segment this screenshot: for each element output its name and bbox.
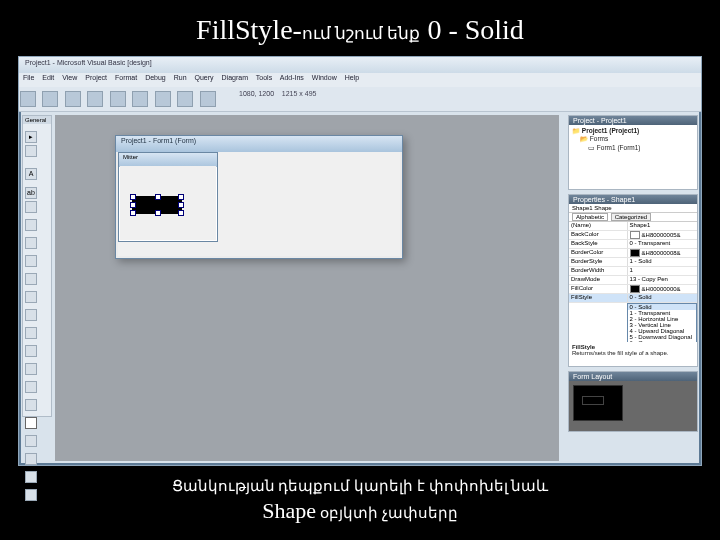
tb-cut-icon[interactable] [87, 91, 103, 107]
shape1[interactable] [132, 196, 182, 214]
tool-ole-icon[interactable] [25, 489, 37, 501]
properties-grid[interactable]: (Name)Shape1BackColor&H80000005&BackStyl… [569, 222, 697, 342]
resize-handle[interactable] [130, 210, 136, 216]
tool-list-icon[interactable] [25, 291, 37, 303]
menu-tools[interactable]: Tools [256, 74, 272, 81]
tb-break-icon[interactable] [177, 91, 193, 107]
project-explorer-title: Project - Project1 [569, 116, 697, 125]
tb-copy-icon[interactable] [110, 91, 126, 107]
tool-vscroll-icon[interactable] [25, 327, 37, 339]
tool-picture-icon[interactable] [25, 145, 37, 157]
menu-run[interactable]: Run [174, 74, 187, 81]
tool-option-icon[interactable] [25, 255, 37, 267]
mdi-area: Project1 - Form1 (Form) Mitter [55, 115, 559, 461]
tool-shape-icon[interactable] [25, 417, 37, 429]
menu-file[interactable]: File [23, 74, 34, 81]
project-form1-item[interactable]: ▭ Form1 (Form1) [588, 144, 694, 152]
project-explorer: Project - Project1 📁 Project1 (Project1)… [568, 115, 698, 190]
properties-description: FillStyleReturns/sets the fill style of … [569, 342, 697, 366]
tb-paste-icon[interactable] [132, 91, 148, 107]
resize-handle[interactable] [178, 194, 184, 200]
tool-timer-icon[interactable] [25, 345, 37, 357]
resize-handle[interactable] [155, 194, 161, 200]
menu-addins[interactable]: Add-Ins [280, 74, 304, 81]
layout-form-icon [582, 396, 604, 405]
prop-row-borderwidth[interactable]: BorderWidth1 [569, 267, 697, 276]
tb-run-icon[interactable] [155, 91, 171, 107]
form1[interactable]: Mitter [118, 152, 218, 242]
tool-image-icon[interactable] [25, 453, 37, 465]
prop-row-name[interactable]: (Name)Shape1 [569, 222, 697, 231]
slide-footer: Ցանկության դեպքում կարելի է փոփոխել նաև … [0, 466, 720, 532]
form1-title: Mitter [119, 153, 217, 167]
tab-alphabetic[interactable]: Alphabetic [572, 213, 608, 221]
tool-drive-icon[interactable] [25, 363, 37, 375]
tool-frame-icon[interactable] [25, 201, 37, 213]
resize-handle[interactable] [155, 210, 161, 216]
tb-save-icon[interactable] [65, 91, 81, 107]
tb-open-icon[interactable] [42, 91, 58, 107]
form-layout-title: Form Layout [569, 372, 697, 381]
project-forms-folder[interactable]: 📂 Forms [580, 135, 694, 143]
slide-title: FillStyle-ում նշում ենք 0 - Solid [0, 0, 720, 56]
menu-format[interactable]: Format [115, 74, 137, 81]
properties-title: Properties - Shape1 [569, 195, 697, 204]
prop-row-fillcolor[interactable]: FillColor&H00000000& [569, 285, 697, 294]
prop-row-backstyle[interactable]: BackStyle0 - Transparent [569, 240, 697, 249]
resize-handle[interactable] [178, 202, 184, 208]
tool-textbox-icon[interactable]: ab [25, 187, 37, 199]
tb-stop-icon[interactable] [200, 91, 216, 107]
tb-new-icon[interactable] [20, 91, 36, 107]
menu-help[interactable]: Help [345, 74, 359, 81]
tool-pointer-icon[interactable]: ▸ [25, 131, 37, 143]
tool-dir-icon[interactable] [25, 381, 37, 393]
toolbar-coords: 1080, 1200 1215 x 495 [239, 90, 316, 97]
menu-diagram[interactable]: Diagram [222, 74, 248, 81]
tool-hscroll-icon[interactable] [25, 309, 37, 321]
properties-object-combo[interactable]: Shape1 Shape [569, 204, 697, 213]
vb-ide-window: Project1 - Microsoft Visual Basic [desig… [18, 56, 702, 466]
toolbar [19, 87, 701, 112]
menu-view[interactable]: View [62, 74, 77, 81]
prop-row-bordercolor[interactable]: BorderColor&H80000008& [569, 249, 697, 258]
tool-checkbox-icon[interactable] [25, 237, 37, 249]
form-layout-window: Form Layout [568, 371, 698, 432]
form-layout-thumb[interactable] [573, 385, 623, 421]
tool-label-icon[interactable]: A [25, 168, 37, 180]
tool-data-icon[interactable] [25, 471, 37, 483]
prop-row-drawmode[interactable]: DrawMode13 - Copy Pen [569, 276, 697, 285]
properties-window: Properties - Shape1 Shape1 Shape Alphabe… [568, 194, 698, 367]
form-designer-title: Project1 - Form1 (Form) [116, 136, 402, 152]
form-designer-window[interactable]: Project1 - Form1 (Form) Mitter [115, 135, 403, 259]
tool-file-icon[interactable] [25, 399, 37, 411]
form1-body[interactable] [120, 166, 216, 240]
form-grid: Mitter [118, 152, 400, 256]
menu-project[interactable]: Project [85, 74, 107, 81]
resize-handle[interactable] [130, 194, 136, 200]
tool-button-icon[interactable] [25, 219, 37, 231]
toolbox: General ▸ A ab [22, 115, 52, 417]
menu-debug[interactable]: Debug [145, 74, 166, 81]
tab-categorized[interactable]: Categorized [611, 213, 651, 221]
menu-edit[interactable]: Edit [42, 74, 54, 81]
prop-row-fillstyle[interactable]: FillStyle0 - Solid [569, 294, 697, 303]
tool-combo-icon[interactable] [25, 273, 37, 285]
menu-query[interactable]: Query [195, 74, 214, 81]
toolbox-title: General [23, 116, 51, 124]
resize-handle[interactable] [130, 202, 136, 208]
resize-handle[interactable] [178, 210, 184, 216]
prop-row-backcolor[interactable]: BackColor&H80000005& [569, 231, 697, 240]
fillstyle-dropdown[interactable]: 0 - Solid1 - Transparent2 - Horizontal L… [627, 303, 697, 342]
tool-line-icon[interactable] [25, 435, 37, 447]
prop-row-borderstyle[interactable]: BorderStyle1 - Solid [569, 258, 697, 267]
menu-window[interactable]: Window [312, 74, 337, 81]
